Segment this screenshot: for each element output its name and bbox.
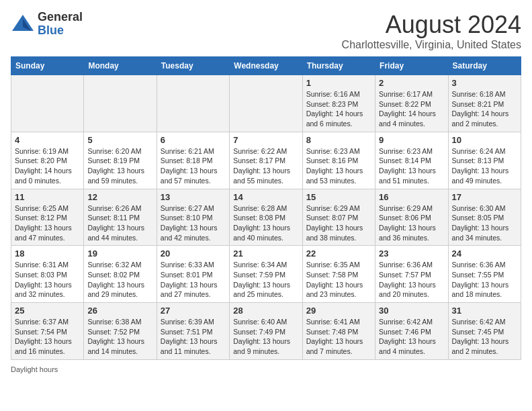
day-info: Sunrise: 6:41 AMSunset: 7:48 PMDaylight:… — [306, 317, 371, 357]
header-day-sunday: Sunday — [11, 57, 84, 75]
calendar-cell: 7Sunrise: 6:22 AMSunset: 8:17 PMDaylight… — [230, 132, 302, 189]
day-number: 20 — [161, 248, 226, 259]
day-number: 13 — [161, 192, 226, 202]
day-number: 16 — [379, 192, 444, 202]
day-number: 23 — [379, 248, 444, 259]
day-info: Sunrise: 6:16 AMSunset: 8:23 PMDaylight:… — [306, 89, 371, 129]
calendar-week-5: 25Sunrise: 6:37 AMSunset: 7:54 PMDayligh… — [11, 303, 521, 360]
calendar-cell: 8Sunrise: 6:23 AMSunset: 8:16 PMDaylight… — [302, 132, 375, 189]
day-info: Sunrise: 6:36 AMSunset: 7:57 PMDaylight:… — [379, 260, 444, 300]
calendar-cell: 24Sunrise: 6:36 AMSunset: 7:55 PMDayligh… — [448, 246, 521, 303]
calendar-cell: 18Sunrise: 6:31 AMSunset: 8:03 PMDayligh… — [11, 246, 84, 303]
day-number: 17 — [452, 192, 517, 202]
calendar-cell: 12Sunrise: 6:26 AMSunset: 8:11 PMDayligh… — [84, 189, 157, 246]
calendar-table: SundayMondayTuesdayWednesdayThursdayFrid… — [11, 56, 521, 360]
day-info: Sunrise: 6:25 AMSunset: 8:12 PMDaylight:… — [15, 203, 80, 243]
day-info: Sunrise: 6:40 AMSunset: 7:49 PMDaylight:… — [233, 317, 298, 357]
day-info: Sunrise: 6:22 AMSunset: 8:17 PMDaylight:… — [233, 146, 298, 186]
day-number: 31 — [452, 306, 517, 316]
day-info: Sunrise: 6:24 AMSunset: 8:13 PMDaylight:… — [452, 146, 517, 186]
calendar-week-1: 1Sunrise: 6:16 AMSunset: 8:23 PMDaylight… — [11, 75, 521, 132]
day-info: Sunrise: 6:37 AMSunset: 7:54 PMDaylight:… — [15, 317, 80, 357]
day-number: 2 — [379, 78, 444, 88]
calendar-cell: 1Sunrise: 6:16 AMSunset: 8:23 PMDaylight… — [302, 75, 375, 132]
day-info: Sunrise: 6:27 AMSunset: 8:10 PMDaylight:… — [161, 203, 226, 243]
day-info: Sunrise: 6:20 AMSunset: 8:19 PMDaylight:… — [87, 146, 152, 186]
day-info: Sunrise: 6:31 AMSunset: 8:03 PMDaylight:… — [15, 260, 80, 300]
day-number: 7 — [233, 135, 298, 145]
calendar-cell: 4Sunrise: 6:19 AMSunset: 8:20 PMDaylight… — [11, 132, 84, 189]
calendar-cell: 30Sunrise: 6:42 AMSunset: 7:46 PMDayligh… — [375, 303, 448, 360]
day-number: 22 — [306, 248, 371, 259]
day-info: Sunrise: 6:39 AMSunset: 7:51 PMDaylight:… — [161, 317, 226, 357]
day-info: Sunrise: 6:23 AMSunset: 8:16 PMDaylight:… — [306, 146, 371, 186]
day-number: 27 — [161, 306, 226, 316]
day-number: 10 — [452, 135, 517, 145]
calendar-cell: 29Sunrise: 6:41 AMSunset: 7:48 PMDayligh… — [302, 303, 375, 360]
header: General Blue August 2024 Charlottesville… — [11, 11, 521, 51]
day-info: Sunrise: 6:18 AMSunset: 8:21 PMDaylight:… — [452, 89, 517, 129]
calendar-cell: 21Sunrise: 6:34 AMSunset: 7:59 PMDayligh… — [230, 246, 302, 303]
calendar-cell: 9Sunrise: 6:23 AMSunset: 8:14 PMDaylight… — [375, 132, 448, 189]
calendar-cell: 14Sunrise: 6:28 AMSunset: 8:08 PMDayligh… — [230, 189, 302, 246]
day-info: Sunrise: 6:32 AMSunset: 8:02 PMDaylight:… — [87, 260, 152, 300]
calendar-cell: 13Sunrise: 6:27 AMSunset: 8:10 PMDayligh… — [157, 189, 229, 246]
calendar-cell: 31Sunrise: 6:42 AMSunset: 7:45 PMDayligh… — [448, 303, 521, 360]
day-number: 30 — [379, 306, 444, 316]
header-row: SundayMondayTuesdayWednesdayThursdayFrid… — [11, 57, 521, 75]
day-number: 15 — [306, 192, 371, 202]
day-number: 14 — [233, 192, 298, 202]
calendar-cell: 20Sunrise: 6:33 AMSunset: 8:01 PMDayligh… — [157, 246, 229, 303]
day-info: Sunrise: 6:36 AMSunset: 7:55 PMDaylight:… — [452, 260, 517, 300]
day-info: Sunrise: 6:42 AMSunset: 7:46 PMDaylight:… — [379, 317, 444, 357]
logo-text: General Blue — [38, 11, 83, 38]
calendar-cell: 17Sunrise: 6:30 AMSunset: 8:05 PMDayligh… — [448, 189, 521, 246]
calendar-cell — [230, 75, 302, 132]
day-info: Sunrise: 6:29 AMSunset: 8:06 PMDaylight:… — [379, 203, 444, 243]
day-number: 26 — [87, 306, 152, 316]
day-number: 9 — [379, 135, 444, 145]
page-title: August 2024 — [342, 11, 521, 39]
day-info: Sunrise: 6:28 AMSunset: 8:08 PMDaylight:… — [233, 203, 298, 243]
calendar-cell: 3Sunrise: 6:18 AMSunset: 8:21 PMDaylight… — [448, 75, 521, 132]
day-number: 1 — [306, 78, 371, 88]
day-number: 29 — [306, 306, 371, 316]
calendar-cell: 10Sunrise: 6:24 AMSunset: 8:13 PMDayligh… — [448, 132, 521, 189]
day-info: Sunrise: 6:23 AMSunset: 8:14 PMDaylight:… — [379, 146, 444, 186]
calendar-cell: 16Sunrise: 6:29 AMSunset: 8:06 PMDayligh… — [375, 189, 448, 246]
calendar-week-2: 4Sunrise: 6:19 AMSunset: 8:20 PMDaylight… — [11, 132, 521, 189]
day-number: 3 — [452, 78, 517, 88]
logo-icon — [11, 12, 35, 36]
day-number: 24 — [452, 248, 517, 259]
calendar-cell: 28Sunrise: 6:40 AMSunset: 7:49 PMDayligh… — [230, 303, 302, 360]
day-info: Sunrise: 6:26 AMSunset: 8:11 PMDaylight:… — [87, 203, 152, 243]
day-info: Sunrise: 6:17 AMSunset: 8:22 PMDaylight:… — [379, 89, 444, 129]
calendar-cell: 27Sunrise: 6:39 AMSunset: 7:51 PMDayligh… — [157, 303, 229, 360]
day-info: Sunrise: 6:38 AMSunset: 7:52 PMDaylight:… — [87, 317, 152, 357]
day-number: 4 — [15, 135, 80, 145]
calendar-cell: 26Sunrise: 6:38 AMSunset: 7:52 PMDayligh… — [84, 303, 157, 360]
day-info: Sunrise: 6:21 AMSunset: 8:18 PMDaylight:… — [161, 146, 226, 186]
day-number: 11 — [15, 192, 80, 202]
logo-general-text: General — [38, 11, 83, 24]
calendar-cell — [84, 75, 157, 132]
calendar-week-4: 18Sunrise: 6:31 AMSunset: 8:03 PMDayligh… — [11, 246, 521, 303]
day-info: Sunrise: 6:42 AMSunset: 7:45 PMDaylight:… — [452, 317, 517, 357]
day-number: 19 — [87, 248, 152, 259]
day-number: 25 — [15, 306, 80, 316]
calendar-cell — [11, 75, 84, 132]
calendar-header: SundayMondayTuesdayWednesdayThursdayFrid… — [11, 57, 521, 75]
day-info: Sunrise: 6:29 AMSunset: 8:07 PMDaylight:… — [306, 203, 371, 243]
header-day-friday: Friday — [375, 57, 448, 75]
calendar-week-3: 11Sunrise: 6:25 AMSunset: 8:12 PMDayligh… — [11, 189, 521, 246]
day-number: 18 — [15, 248, 80, 259]
calendar-cell: 15Sunrise: 6:29 AMSunset: 8:07 PMDayligh… — [302, 189, 375, 246]
footer-note: Daylight hours — [11, 365, 521, 373]
day-info: Sunrise: 6:35 AMSunset: 7:58 PMDaylight:… — [306, 260, 371, 300]
day-number: 5 — [87, 135, 152, 145]
header-day-tuesday: Tuesday — [157, 57, 229, 75]
day-info: Sunrise: 6:19 AMSunset: 8:20 PMDaylight:… — [15, 146, 80, 186]
calendar-cell: 2Sunrise: 6:17 AMSunset: 8:22 PMDaylight… — [375, 75, 448, 132]
calendar-cell: 19Sunrise: 6:32 AMSunset: 8:02 PMDayligh… — [84, 246, 157, 303]
day-number: 8 — [306, 135, 371, 145]
